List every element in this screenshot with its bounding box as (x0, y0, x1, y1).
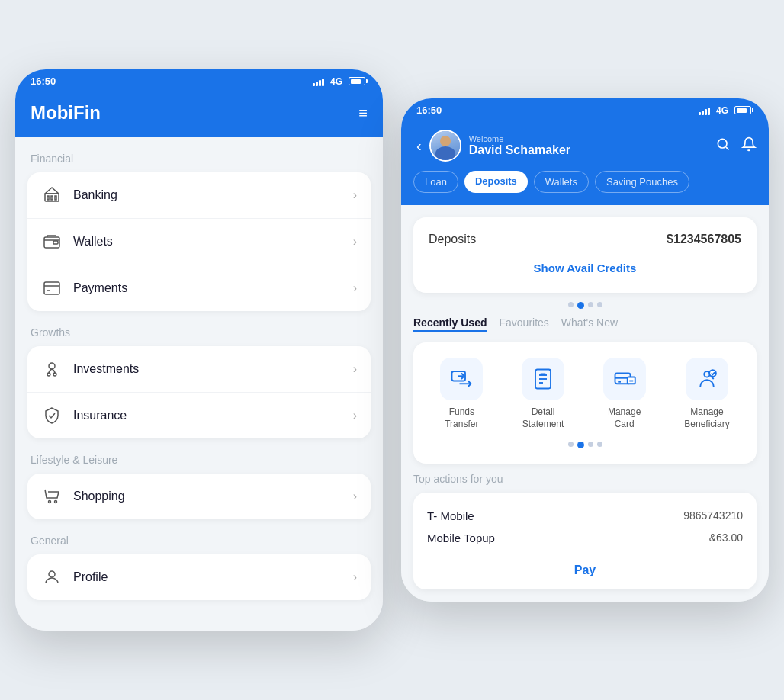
network-label: 4G (330, 76, 342, 87)
deposit-info-row: Deposits $1234567805 (429, 233, 741, 246)
growths-menu-group: Investments › Insurance › (27, 346, 371, 438)
tmobile-value: 9865743210 (683, 509, 743, 522)
right-content: Deposits $1234567805 Show Avail Credits … (401, 205, 769, 601)
right-phone: 16:50 4G ‹ (401, 98, 769, 601)
svg-rect-8 (44, 282, 59, 294)
payment-icon (41, 278, 63, 299)
profile-icon (41, 567, 63, 588)
svg-point-14 (49, 501, 51, 503)
dot-2 (577, 302, 584, 309)
section-label-general: General (27, 535, 371, 547)
user-text: Welcome David Schamaker (469, 134, 570, 157)
back-button[interactable]: ‹ (413, 134, 425, 158)
financial-menu-group: Banking › Wallets › Payments › (27, 172, 371, 311)
action-dot-4 (597, 442, 602, 447)
svg-rect-26 (540, 374, 546, 376)
insurance-label: Insurance (73, 409, 353, 422)
tmobile-name: T- Mobile (427, 509, 474, 522)
investments-chevron: › (353, 362, 357, 376)
right-network-label: 4G (716, 105, 728, 116)
bank-icon (41, 185, 63, 206)
action-manage-card[interactable]: ManageCard (603, 358, 646, 430)
signal-icon (313, 77, 324, 86)
tab-saving-pouches[interactable]: Saving Pouches (595, 171, 689, 193)
left-status-icons: 4G (313, 76, 368, 87)
svg-point-11 (49, 363, 55, 369)
dot-1 (568, 302, 574, 307)
top-action-row-tmobile: T- Mobile 9865743210 (427, 505, 743, 528)
insurance-icon (41, 405, 63, 426)
welcome-label: Welcome (469, 134, 570, 143)
actions-grid: FundsTransfer DetailStatement ManageCard (421, 358, 749, 430)
card-dots (413, 302, 757, 309)
dot-4 (597, 302, 602, 307)
header-actions (715, 136, 757, 156)
shopping-icon (41, 486, 63, 507)
menu-item-banking[interactable]: Banking › (27, 172, 371, 219)
svg-marker-1 (45, 188, 59, 194)
manage-beneficiary-label: ManageBeneficiary (684, 406, 729, 430)
profile-label: Profile (73, 570, 353, 584)
dot-3 (588, 302, 593, 307)
funds-transfer-icon-box (440, 358, 483, 400)
action-dot-2 (577, 442, 584, 448)
right-time: 16:50 (416, 104, 442, 116)
tab-recently-used[interactable]: Recently Used (413, 316, 487, 332)
tab-favourites[interactable]: Favourites (499, 316, 548, 332)
svg-point-15 (55, 501, 57, 503)
svg-rect-3 (51, 196, 53, 200)
tab-pills: Loan Deposits Wallets Saving Pouches (413, 171, 757, 193)
tab-wallets[interactable]: Wallets (534, 171, 589, 193)
right-top-bar: ‹ Welcome David Schamaker (401, 122, 769, 205)
tab-loan[interactable]: Loan (413, 171, 458, 193)
right-battery-icon (734, 106, 753, 114)
manage-card-icon-box (603, 358, 646, 400)
lifestyle-menu-group: Shopping › (27, 474, 371, 519)
svg-point-13 (53, 373, 56, 376)
menu-item-profile[interactable]: Profile › (27, 554, 371, 600)
topup-name: Mobile Topup (427, 531, 495, 544)
hamburger-menu[interactable]: ≡ (358, 104, 368, 122)
shopping-chevron: › (353, 490, 357, 503)
action-dot-3 (588, 442, 593, 447)
banking-label: Banking (73, 188, 353, 202)
action-funds-transfer[interactable]: FundsTransfer (440, 358, 483, 430)
top-action-row-topup: Mobile Topup &63.00 (427, 528, 743, 551)
search-button[interactable] (715, 136, 731, 156)
left-top-bar: MobiFin ≡ (15, 93, 383, 137)
notification-button[interactable] (741, 136, 757, 156)
action-detail-statement[interactable]: DetailStatement (522, 358, 564, 430)
menu-item-insurance[interactable]: Insurance › (27, 393, 371, 438)
action-manage-beneficiary[interactable]: ManageBeneficiary (684, 358, 729, 430)
user-name: David Schamaker (469, 143, 570, 157)
deposit-label: Deposits (429, 233, 476, 246)
section-tabs: Recently Used Favourites What's New (413, 316, 757, 332)
wallets-chevron: › (353, 235, 357, 249)
manage-card-label: ManageCard (608, 406, 641, 430)
payments-label: Payments (73, 281, 353, 295)
menu-item-wallets[interactable]: Wallets › (27, 219, 371, 265)
invest-icon (41, 358, 63, 380)
right-signal-icon (699, 106, 710, 115)
payments-chevron: › (353, 281, 357, 295)
manage-beneficiary-icon-box (686, 358, 728, 400)
tab-whats-new[interactable]: What's New (561, 316, 618, 332)
shopping-label: Shopping (73, 490, 353, 503)
wallet-icon (41, 231, 63, 252)
right-status-icons: 4G (699, 105, 753, 116)
pay-button[interactable]: Pay (427, 564, 743, 577)
menu-item-shopping[interactable]: Shopping › (27, 474, 371, 519)
divider (427, 554, 743, 554)
tab-deposits[interactable]: Deposits (464, 171, 528, 193)
menu-item-investments[interactable]: Investments › (27, 346, 371, 393)
insurance-chevron: › (353, 409, 357, 422)
svg-rect-5 (44, 237, 59, 248)
profile-chevron: › (353, 570, 357, 584)
left-content: Financial Banking › Wallets › Pay (15, 137, 383, 631)
show-credits-button[interactable]: Show Avail Credits (429, 258, 741, 278)
quick-actions-card: FundsTransfer DetailStatement ManageCard (413, 342, 757, 463)
banking-chevron: › (353, 188, 357, 202)
svg-rect-4 (55, 196, 56, 200)
wallets-label: Wallets (73, 235, 353, 249)
menu-item-payments[interactable]: Payments › (27, 265, 371, 311)
